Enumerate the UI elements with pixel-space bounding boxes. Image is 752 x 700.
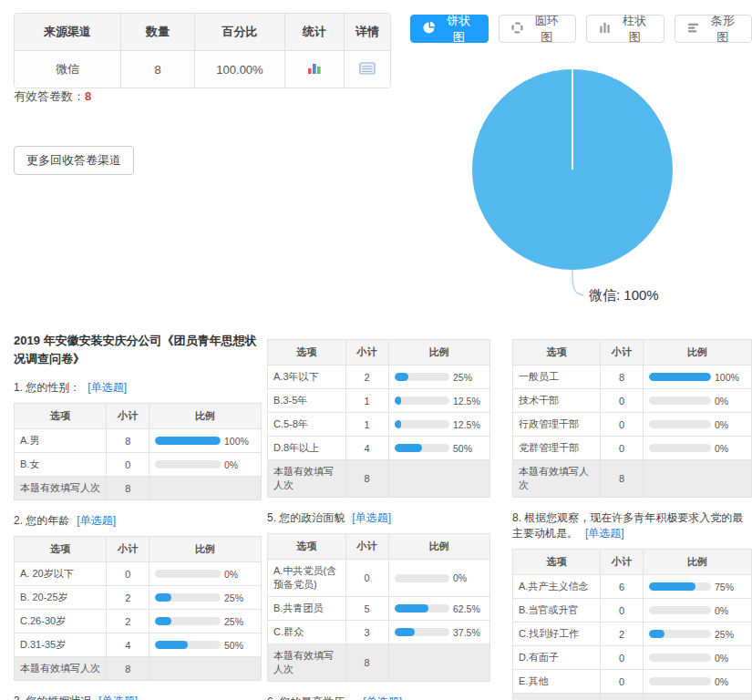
ratio-bar-fill xyxy=(649,630,664,638)
option-count-cell: 0 xyxy=(107,562,149,586)
column-chart-button[interactable]: 柱状图 xyxy=(586,15,664,43)
table-row: 党群管理干部00% xyxy=(513,437,752,460)
ratio-bar-track xyxy=(395,420,449,428)
ratio-percent-label: 0% xyxy=(715,676,746,687)
question-table-header: 选项 xyxy=(268,534,346,560)
donut-chart-button[interactable]: 圆环图 xyxy=(499,15,577,43)
question-table: 选项小计比例A. 20岁以下00%B. 20-25岁225%C.26-30岁22… xyxy=(14,536,262,681)
option-ratio-cell: 37.5% xyxy=(388,621,489,644)
option-count-cell: 2 xyxy=(345,365,388,389)
option-label-cell: 本题有效填写人次 xyxy=(268,460,346,498)
survey-column-left: 2019 年安徽安装安庆分公司《团员青年思想状况调查问卷》1. 您的性别：[单选… xyxy=(14,324,262,700)
option-count-cell: 8 xyxy=(600,694,643,700)
ratio-bar: 37.5% xyxy=(395,627,484,638)
option-label-cell: 一般员工 xyxy=(513,365,601,389)
table-row: B.当官或升官00% xyxy=(513,599,752,623)
table-row: C.找到好工作225% xyxy=(513,623,752,646)
ratio-bar: 62.5% xyxy=(395,603,484,614)
option-count-cell: 8 xyxy=(600,460,643,498)
chart-type-toolbar: 饼状图 圆环图 柱状图 xyxy=(410,15,752,43)
ratio-percent-label: 0% xyxy=(224,569,255,580)
table-row: 微信 8 100.00% xyxy=(15,51,390,88)
ratio-bar: 100% xyxy=(649,372,746,383)
more-channels-button[interactable]: 更多回收答卷渠道 xyxy=(14,146,134,175)
option-ratio-cell: 62.5% xyxy=(388,597,489,621)
option-label-cell: 本题有效填写人次 xyxy=(15,657,107,681)
option-ratio-cell: 0% xyxy=(643,413,751,437)
ratio-bar: 0% xyxy=(649,419,746,430)
option-label-cell: C.群众 xyxy=(268,621,346,644)
pie-chart[interactable]: 微信: 100% xyxy=(415,50,729,324)
column-chart-button-label: 柱状图 xyxy=(617,13,653,46)
question-table: 选项小计比例A.男8100%B.女00%本题有效填写人次8 xyxy=(14,403,262,500)
ratio-bar-fill xyxy=(395,396,402,405)
pie-label-leader-line xyxy=(572,270,583,295)
question-table-header-row: 选项小计比例 xyxy=(268,534,490,560)
option-count-cell: 0 xyxy=(600,670,643,694)
horizontal-bar-chart-button[interactable]: 条形图 xyxy=(675,15,752,43)
ratio-percent-label: 0% xyxy=(715,443,746,454)
bar-chart-icon[interactable] xyxy=(306,61,323,78)
question-table-header: 小计 xyxy=(600,340,643,365)
option-label-cell: A.中共党员(含预备党员) xyxy=(268,560,346,597)
question-type-link[interactable]: [单选题] xyxy=(352,511,391,524)
ratio-bar: 0% xyxy=(395,572,484,583)
option-ratio-cell: 25% xyxy=(643,623,751,646)
detail-icon[interactable] xyxy=(359,62,376,77)
horizontal-bar-icon xyxy=(686,21,700,37)
option-ratio-cell: 50% xyxy=(388,437,489,460)
question-table-header-row: 选项小计比例 xyxy=(268,340,490,365)
header-channel: 来源渠道 xyxy=(15,14,121,51)
ratio-percent-label: 100% xyxy=(715,372,746,383)
question-type-link[interactable]: [单选题] xyxy=(585,527,624,540)
question-type-link[interactable]: [单选题] xyxy=(363,695,402,700)
option-count-cell: 8 xyxy=(107,657,149,681)
question-table-header: 比例 xyxy=(643,340,751,365)
table-row: D.有面子00% xyxy=(513,646,752,670)
ratio-bar-track xyxy=(649,630,711,638)
table-row: B.3-5年112.5% xyxy=(268,389,490,413)
ratio-bar-track xyxy=(649,606,711,614)
ratio-percent-label: 75% xyxy=(715,582,746,592)
option-ratio-cell: 0% xyxy=(643,437,751,460)
option-label-cell: 本题有效填写人次 xyxy=(513,694,601,700)
question-text: 2. 您的年龄 xyxy=(14,514,69,527)
pie-chart-button[interactable]: 饼状图 xyxy=(410,15,489,43)
question-table-header: 选项 xyxy=(15,537,107,562)
ratio-bar: 0% xyxy=(155,569,255,580)
question-table-header-row: 选项小计比例 xyxy=(15,537,262,562)
channel-cell: 微信 xyxy=(15,51,121,88)
ratio-percent-label: 25% xyxy=(224,616,255,627)
question-type-link[interactable]: [单选题] xyxy=(88,381,127,394)
table-row: B.女00% xyxy=(15,453,262,477)
table-row: D.31-35岁450% xyxy=(15,633,262,657)
ratio-bar-track xyxy=(649,420,711,428)
question-label: 2. 您的年龄[单选题] xyxy=(14,513,262,529)
count-cell: 8 xyxy=(121,51,195,88)
question-text: 3. 您的婚姻状况 xyxy=(14,695,91,700)
ratio-bar: 0% xyxy=(649,443,746,454)
question-label: 5. 您的政治面貌[单选题] xyxy=(267,510,490,526)
pie-data-label: 微信: 100% xyxy=(589,287,659,303)
option-ratio-cell: 0% xyxy=(149,562,262,586)
option-ratio-cell: 0% xyxy=(643,670,751,694)
question-table-header: 比例 xyxy=(643,550,751,575)
ratio-bar: 50% xyxy=(155,640,255,651)
option-ratio-cell: 0% xyxy=(149,453,262,477)
option-ratio-cell: 25% xyxy=(149,586,262,610)
question-table-header-row: 选项小计比例 xyxy=(15,404,262,429)
ratio-bar-track xyxy=(649,396,711,405)
table-row: 本题有效填写人次8 xyxy=(15,477,262,500)
ratio-bar: 25% xyxy=(395,372,484,383)
question-type-link[interactable]: [单选题] xyxy=(98,695,138,700)
option-label-cell: 技术干部 xyxy=(513,389,601,413)
ratio-percent-label: 62.5% xyxy=(453,603,484,614)
question-text: 6. 您的最高学历。 xyxy=(267,695,355,700)
option-label-cell: 本题有效填写人次 xyxy=(513,460,601,498)
option-ratio-cell xyxy=(643,460,751,498)
ratio-bar-fill xyxy=(649,373,711,381)
ratio-bar-fill xyxy=(155,593,171,602)
ratio-percent-label: 0% xyxy=(715,396,746,407)
question-type-link[interactable]: [单选题] xyxy=(77,514,116,527)
ratio-bar: 0% xyxy=(649,605,746,616)
